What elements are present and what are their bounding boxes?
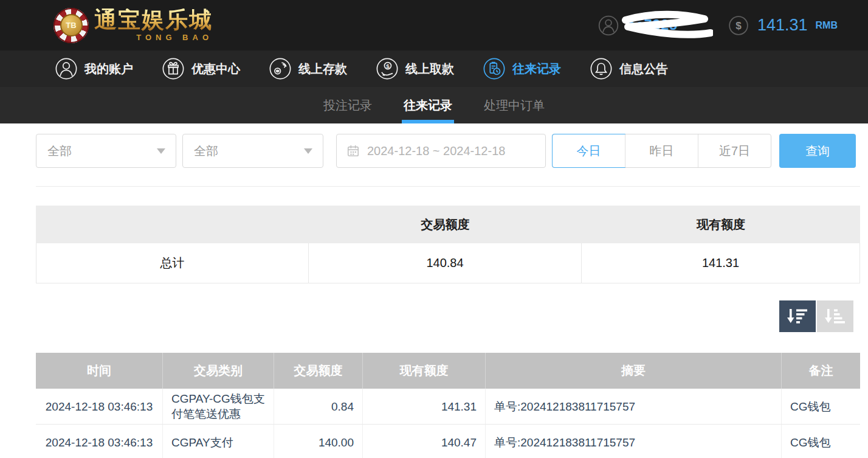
cell-note: CG钱包 (782, 389, 860, 424)
category-select[interactable]: 全部 (36, 134, 176, 168)
summary-total-label: 总计 (36, 243, 309, 283)
cell-balance: 140.47 (363, 425, 486, 458)
nav-item-promotions[interactable]: 优惠中心 (162, 57, 240, 80)
sub-nav: 投注记录 往来记录 处理中订单 (0, 87, 868, 123)
cell-type: CGPAY支付 (163, 425, 274, 458)
header-type: 交易类别 (163, 353, 274, 389)
page: TB 通宝娱乐城 TONG BAO bc7325 (0, 0, 868, 458)
header-amount: 交易额度 (274, 353, 363, 389)
summary-total-amount: 140.84 (309, 243, 582, 283)
svg-text:$: $ (735, 19, 742, 31)
section-divider (36, 186, 860, 187)
svg-text:$: $ (386, 63, 390, 69)
main-nav: 我的账户 优惠中心 线上存款 $ (0, 50, 868, 87)
cell-time: 2024-12-18 03:46:13 (36, 389, 163, 424)
brand-text: 通宝娱乐城 TONG BAO (94, 9, 213, 42)
tab-transaction-records[interactable]: 往来记录 (402, 87, 454, 123)
deposit-icon (269, 57, 292, 80)
nav-label: 优惠中心 (191, 61, 240, 77)
quick-label: 昨日 (650, 143, 674, 159)
filter-bar: 全部 全部 2024-12-18 ~ 2024-12-18 今日 昨日 (36, 134, 856, 168)
bell-icon (590, 57, 613, 80)
topbar-right: bc7325 $ 141.31 RMB (598, 15, 838, 36)
sort-ascending-button[interactable] (817, 300, 853, 332)
records-header-row: 时间 交易类别 交易额度 现有额度 摘要 备注 (36, 353, 860, 389)
cell-amount: 140.00 (274, 425, 363, 458)
sort-descending-button[interactable] (779, 300, 816, 332)
search-button[interactable]: 查询 (779, 134, 856, 168)
cell-time: 2024-12-18 03:46:13 (36, 425, 163, 458)
sort-descending-icon (787, 308, 808, 325)
balance-currency: RMB (816, 20, 838, 31)
cell-summary: 单号:202412183811715757 (486, 425, 782, 458)
quick-date-group: 今日 昨日 近7日 (552, 134, 771, 168)
summary-header-row: 交易额度 现有额度 (36, 206, 860, 243)
nav-label: 线上取款 (405, 61, 454, 77)
quick-label: 近7日 (719, 143, 750, 159)
topbar: TB 通宝娱乐城 TONG BAO bc7325 (0, 0, 868, 50)
quick-last7days-button[interactable]: 近7日 (698, 134, 771, 167)
nav-item-my-account[interactable]: 我的账户 (55, 57, 133, 80)
cell-balance: 141.31 (363, 389, 486, 424)
type-select-value: 全部 (194, 143, 218, 159)
summary-header-amount: 交易额度 (309, 206, 582, 243)
gift-icon (162, 57, 185, 80)
sort-ascending-icon (824, 308, 846, 325)
username: bc7325 (627, 17, 678, 33)
date-range-value: 2024-12-18 ~ 2024-12-18 (367, 144, 505, 158)
quick-label: 今日 (577, 143, 601, 159)
cell-amount: 0.84 (274, 389, 363, 424)
header-summary: 摘要 (486, 353, 782, 389)
chevron-down-icon (157, 148, 165, 154)
tab-betting-records[interactable]: 投注记录 (322, 87, 374, 123)
chip-label: TB (60, 14, 83, 36)
header-time: 时间 (36, 353, 163, 389)
records-table: 时间 交易类别 交易额度 现有额度 摘要 备注 2024-12-18 03:46… (36, 353, 860, 458)
sort-controls (779, 300, 853, 332)
user-circle-icon (598, 15, 619, 36)
records-icon (483, 57, 506, 80)
table-row: 2024-12-18 03:46:13 CGPAY支付 140.00 140.4… (36, 425, 860, 458)
nav-item-withdraw[interactable]: $ 线上取款 (376, 57, 454, 80)
quick-yesterday-button[interactable]: 昨日 (625, 134, 698, 167)
nav-label: 信息公告 (619, 61, 668, 77)
tab-label: 往来记录 (404, 97, 452, 114)
nav-item-transaction-records[interactable]: 往来记录 (483, 57, 561, 80)
header-note: 备注 (782, 353, 860, 389)
casino-chip-icon: TB (53, 8, 89, 43)
type-select[interactable]: 全部 (182, 134, 323, 168)
brand-name-cn: 通宝娱乐城 (94, 9, 213, 32)
balance[interactable]: $ 141.31 RMB (728, 15, 838, 36)
cell-type: CGPAY-CG钱包支付笔笔送优惠 (163, 389, 274, 424)
nav-item-announcements[interactable]: 信息公告 (590, 57, 668, 80)
nav-item-deposit[interactable]: 线上存款 (269, 57, 347, 80)
summary-header-empty (36, 206, 309, 243)
calendar-icon (346, 144, 360, 158)
summary-total-balance: 141.31 (582, 243, 859, 283)
tab-label: 处理中订单 (484, 97, 545, 114)
tab-pending-orders[interactable]: 处理中订单 (482, 87, 546, 123)
nav-label: 往来记录 (512, 61, 561, 77)
brand-name-en: TONG BAO (136, 33, 213, 42)
nav-label: 线上存款 (298, 61, 347, 77)
balance-amount: 141.31 (757, 16, 808, 35)
cell-summary: 单号:202412183811715757 (486, 389, 782, 424)
brand-logo[interactable]: TB 通宝娱乐城 TONG BAO (53, 8, 213, 43)
summary-total-row: 总计 140.84 141.31 (36, 243, 860, 283)
table-row: 2024-12-18 03:46:13 CGPAY-CG钱包支付笔笔送优惠 0.… (36, 389, 860, 425)
tab-label: 投注记录 (323, 97, 372, 114)
date-range-input[interactable]: 2024-12-18 ~ 2024-12-18 (336, 134, 546, 168)
chevron-down-icon (304, 148, 312, 154)
user-icon (55, 57, 78, 80)
category-select-value: 全部 (47, 143, 72, 159)
header-balance: 现有额度 (363, 353, 486, 389)
user-account[interactable]: bc7325 (598, 15, 678, 36)
nav-label: 我的账户 (84, 61, 133, 77)
withdraw-icon: $ (376, 57, 399, 80)
quick-today-button[interactable]: 今日 (553, 134, 625, 167)
summary-table: 交易额度 现有额度 总计 140.84 141.31 (36, 206, 860, 283)
cell-note: CG钱包 (782, 425, 860, 458)
dollar-circle-icon: $ (728, 15, 749, 36)
summary-header-balance: 现有额度 (582, 206, 860, 243)
